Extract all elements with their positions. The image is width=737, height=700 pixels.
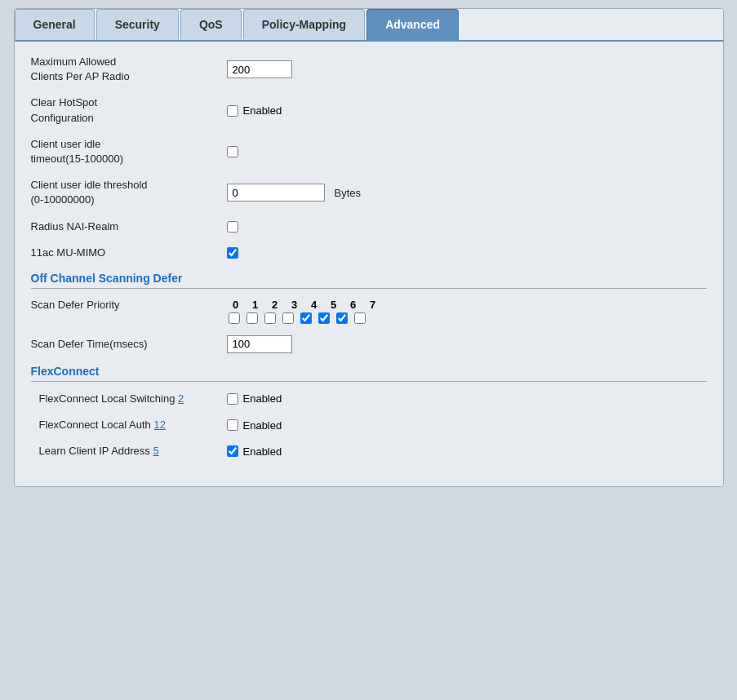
clear-hotspot-checkbox[interactable] — [227, 105, 238, 117]
off-channel-divider — [31, 288, 707, 289]
radius-nai-checkbox[interactable] — [227, 221, 238, 233]
priority-numbers: 0 1 2 3 4 5 6 7 — [227, 299, 380, 311]
priority-cb-1[interactable] — [246, 312, 258, 324]
max-clients-row: Maximum AllowedClients Per AP Radio — [31, 55, 707, 84]
client-idle-threshold-input[interactable] — [227, 184, 325, 202]
learn-client-ip-label: Learn Client IP Address 5 — [31, 444, 227, 459]
radius-nai-row: Radius NAI-Realm — [31, 219, 707, 234]
scan-defer-priority-row: Scan Defer Priority 0 1 2 3 4 5 6 7 — [31, 299, 707, 324]
mu-mimo-checkbox[interactable] — [227, 247, 238, 259]
flexconnect-local-auth-row: FlexConnect Local Auth 12 Enabled — [31, 418, 707, 432]
flexconnect-local-auth-label: FlexConnect Local Auth 12 — [31, 418, 227, 432]
mu-mimo-label: 11ac MU-MIMO — [31, 246, 227, 260]
priority-cb-3[interactable] — [282, 312, 294, 324]
priority-num-5: 5 — [326, 299, 341, 311]
flexconnect-local-auth-link[interactable]: 12 — [153, 419, 165, 431]
clear-hotspot-row: Clear HotSpotConfiguration Enabled — [31, 95, 707, 125]
priority-cb-2[interactable] — [264, 312, 276, 324]
scan-defer-priority-controls: 0 1 2 3 4 5 6 7 — [227, 299, 380, 324]
flexconnect-local-switching-row: FlexConnect Local Switching 2 Enabled — [31, 392, 707, 406]
flexconnect-local-switching-link[interactable]: 2 — [178, 392, 184, 405]
max-clients-input[interactable] — [227, 60, 292, 78]
flexconnect-local-switching-control: Enabled — [227, 392, 282, 405]
flexconnect-local-auth-enabled-label: Enabled — [243, 419, 282, 432]
priority-num-1: 1 — [248, 299, 263, 311]
priority-num-0: 0 — [229, 299, 243, 311]
client-idle-timeout-checkbox[interactable] — [227, 146, 238, 157]
flexconnect-local-auth-control: Enabled — [227, 419, 282, 432]
radius-nai-label: Radius NAI-Realm — [31, 219, 227, 234]
tab-advanced[interactable]: Advanced — [366, 9, 459, 40]
client-idle-threshold-control: Bytes — [227, 184, 362, 202]
learn-client-ip-enabled-label: Enabled — [243, 445, 282, 458]
flexconnect-section-header: FlexConnect — [31, 365, 707, 378]
learn-client-ip-row: Learn Client IP Address 5 Enabled — [31, 444, 707, 459]
content-area: Maximum AllowedClients Per AP Radio Clea… — [15, 42, 723, 486]
mu-mimo-row: 11ac MU-MIMO — [31, 246, 707, 260]
priority-cb-4[interactable] — [300, 312, 312, 324]
scan-defer-time-input[interactable] — [227, 335, 292, 353]
clear-hotspot-enabled-label: Enabled — [243, 104, 282, 117]
priority-num-7: 7 — [366, 299, 380, 311]
flexconnect-local-switching-label: FlexConnect Local Switching 2 — [31, 392, 227, 406]
learn-client-ip-control: Enabled — [227, 445, 282, 458]
priority-cb-6[interactable] — [336, 312, 348, 324]
radius-nai-control — [227, 221, 238, 233]
priority-num-6: 6 — [346, 299, 361, 311]
priority-num-4: 4 — [307, 299, 322, 311]
scan-defer-time-label: Scan Defer Time(msecs) — [31, 337, 227, 352]
max-clients-label: Maximum AllowedClients Per AP Radio — [31, 55, 227, 84]
priority-num-2: 2 — [268, 299, 282, 311]
max-clients-control — [227, 60, 292, 78]
off-channel-section-header: Off Channel Scanning Defer — [31, 272, 707, 285]
priority-checkboxes — [227, 312, 380, 324]
tab-policy-mapping[interactable]: Policy-Mapping — [243, 9, 365, 40]
scan-defer-time-control — [227, 335, 292, 353]
flexconnect-local-switching-enabled-label: Enabled — [243, 392, 282, 405]
clear-hotspot-label: Clear HotSpotConfiguration — [31, 95, 227, 125]
client-idle-timeout-control — [227, 146, 238, 157]
learn-client-ip-link[interactable]: 5 — [153, 445, 158, 457]
client-idle-timeout-row: Client user idletimeout(15-100000) — [31, 137, 707, 166]
tab-security[interactable]: Security — [96, 9, 179, 40]
priority-num-3: 3 — [287, 299, 302, 311]
tab-bar: General Security QoS Policy-Mapping Adva… — [15, 9, 723, 42]
client-idle-threshold-row: Client user idle threshold(0-10000000) B… — [31, 178, 707, 207]
tab-qos[interactable]: QoS — [180, 9, 242, 40]
tab-general[interactable]: General — [15, 9, 95, 40]
client-idle-threshold-label: Client user idle threshold(0-10000000) — [31, 178, 227, 207]
learn-client-ip-checkbox[interactable] — [227, 445, 238, 457]
priority-cb-7[interactable] — [354, 312, 366, 324]
clear-hotspot-control: Enabled — [227, 104, 282, 117]
priority-cb-5[interactable] — [318, 312, 330, 324]
flexconnect-divider — [31, 381, 707, 382]
priority-cb-0[interactable] — [229, 312, 240, 324]
mu-mimo-control — [227, 247, 238, 259]
client-idle-timeout-label: Client user idletimeout(15-100000) — [31, 137, 227, 166]
main-panel: General Security QoS Policy-Mapping Adva… — [14, 8, 724, 487]
flexconnect-local-auth-checkbox[interactable] — [227, 419, 238, 431]
bytes-label: Bytes — [335, 187, 362, 199]
scan-defer-priority-label: Scan Defer Priority — [31, 299, 227, 311]
flexconnect-local-switching-checkbox[interactable] — [227, 393, 238, 405]
scan-defer-time-row: Scan Defer Time(msecs) — [31, 335, 707, 353]
